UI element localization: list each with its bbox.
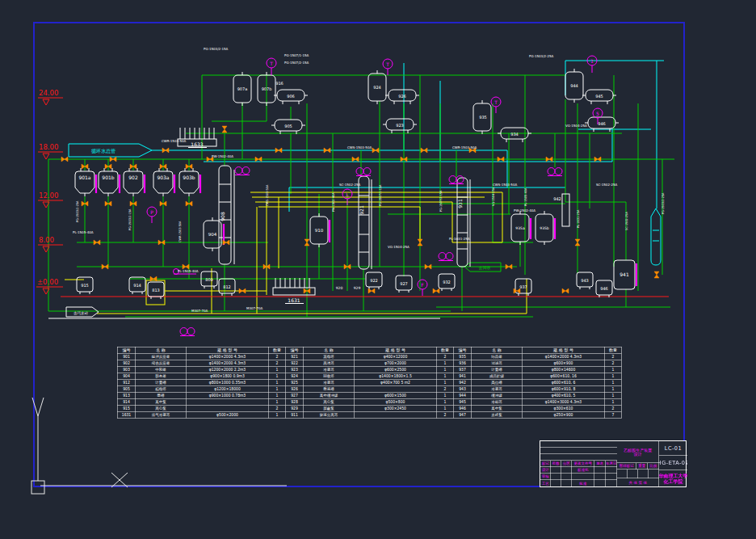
table-row: 915离心泵2929屏蔽泵φ300×24501946真空泵φ300×6102 (117, 405, 621, 411)
col-header: 编号 (453, 347, 472, 353)
col-header: 名 称 (472, 347, 523, 353)
drawing-number: LC-01 (659, 441, 687, 456)
table-cell: 942 (453, 379, 472, 385)
table-cell: 1 (269, 392, 286, 398)
table-row: 901搅拌反应釜φ1400×2000 4.3m32921蒸馏塔φ400×1200… (117, 353, 621, 360)
table-cell: φ400×610, 5 (522, 392, 605, 398)
table-cell: 901 (117, 353, 136, 360)
table-cell: φ900×1800 0.9m3 (186, 373, 269, 379)
table-cell: 精馏塔 (136, 385, 187, 392)
table-cell: 受液槽 (304, 385, 355, 392)
pipe-label: PG-1507/1-15A (284, 53, 309, 57)
riser-tag: CWR-1503-50A (178, 221, 182, 242)
table-cell (186, 398, 269, 405)
table-cell: 912 (117, 379, 136, 385)
process-label: 工艺 (540, 480, 551, 487)
table-cell: 结晶釜 (472, 353, 523, 360)
audit-label: 审核 (540, 474, 551, 480)
table-row: 913受槽φ900×1000 0.78m31927真空缓冲罐φ600×15001… (117, 392, 621, 398)
table-cell: 冷凝器 (472, 385, 523, 392)
table-cell: 脱色釜 (136, 373, 187, 379)
tag-929: 929 (354, 286, 361, 290)
table-cell: 947 (453, 411, 472, 418)
riser-tag: VG-1504-25A (492, 187, 495, 206)
table-cell: φ800×1000 0.35m3 (186, 379, 269, 385)
elevation-label: 12.00 (39, 192, 58, 200)
pipe-label: M307-70A (246, 306, 263, 310)
autocad-model-space[interactable]: 24.00 18.00 12.00 8.00 ±0.00 (0, 0, 756, 539)
table-cell: 真空泵 (136, 398, 187, 405)
table-cell: φ300×610 (522, 405, 605, 411)
instrument-tag: T (385, 61, 389, 67)
table-cell: 缓冲罐 (472, 392, 523, 398)
table-cell: 1 (605, 398, 622, 405)
table-cell: 928 (285, 398, 304, 405)
instrument-tag: P (150, 209, 153, 215)
table-cell: 蒸馏塔 (304, 353, 355, 360)
table-cell: φ1400×2000 4.3m3 (186, 360, 269, 366)
col-header: 规 格 型 号 (354, 347, 437, 353)
table-cell: φ500×2000 (186, 411, 269, 418)
table-cell: 1 (269, 385, 286, 392)
table-row: 1631排气冷凝器φ500×20001911旋液分离器2947水环泵φ250×9… (117, 411, 621, 418)
tag-910: 910 (315, 228, 324, 233)
riser-tag: PL-1505-40A (524, 187, 527, 206)
table-cell: 941 (453, 373, 472, 379)
table-cell: φ600×1500 (354, 392, 437, 398)
tag-932: 932 (443, 280, 451, 284)
riser-tag: SC-1502-25A (625, 211, 628, 230)
table-cell: 1 (437, 360, 454, 366)
tag-935b: 935b (540, 226, 549, 230)
table-cell: 905 (117, 385, 136, 392)
instrument-tag: T (494, 99, 498, 105)
organization: 华南理工大学 化工学院 (659, 470, 687, 487)
flare-stack (651, 208, 661, 265)
pipe-label: PL-1505-40A (178, 269, 199, 273)
tag-946: 946 (598, 121, 606, 126)
table-cell: 1 (437, 379, 454, 385)
riser-tag: PG-1503/2-25A (76, 200, 79, 222)
pipe-label: PL-1631-25A (449, 237, 470, 241)
pipe-label: M307-70A (191, 309, 208, 313)
equipment (48, 69, 635, 318)
pipe-label: SC-1502-25A (596, 183, 617, 187)
table-cell: 1 (269, 379, 286, 385)
stamp-weight: 重量 (636, 463, 648, 470)
tag-914: 914 (133, 283, 141, 288)
table-cell: 2 (437, 385, 454, 392)
table-cell: 2 (269, 360, 286, 366)
riser-tag: PG-1503/2-15A (128, 208, 132, 230)
field-sign: 签名 (594, 461, 606, 467)
col-header: 规 格 型 号 (522, 347, 605, 353)
tag-903b: 903b (183, 175, 195, 180)
tag-924: 924 (373, 85, 381, 90)
tag-908: 908 (220, 212, 225, 221)
table-cell: 1 (437, 405, 454, 411)
table-cell: 冷却器 (472, 398, 523, 405)
table-cell: 1 (269, 373, 286, 379)
table-cell: φ600×910, 8 (522, 385, 605, 392)
table-cell (186, 405, 269, 411)
pipe-label: CWS-1503-50A (347, 145, 372, 149)
table-cell: 1 (437, 398, 454, 405)
table-cell: 902 (117, 360, 136, 366)
table-cell: 屏蔽泵 (304, 405, 355, 411)
table-cell: 914 (117, 398, 136, 405)
table-cell: 2 (269, 353, 286, 360)
riser-tag: PL-1631-25A (577, 209, 580, 228)
table-cell: φ1200×18000 (186, 385, 269, 392)
tag-942: 942 (553, 196, 561, 201)
elevation-label: 8.00 (39, 236, 54, 244)
document-code: HG-ETA-02 (659, 456, 687, 470)
table-cell: 936 (453, 360, 472, 366)
instrument-tag: 1 (590, 58, 594, 64)
table-cell: φ1400×2000 4.3m3 (522, 353, 605, 360)
approve-label: 批准 (572, 480, 594, 487)
tag-937: 937 (519, 284, 527, 289)
table-cell: 943 (453, 385, 472, 392)
col-header: 数量 (605, 347, 622, 353)
field-zone: 分区 (561, 461, 572, 467)
table-cell: 1631 (117, 411, 136, 418)
tag-903a: 903a (157, 175, 169, 180)
column-921 (359, 176, 369, 269)
